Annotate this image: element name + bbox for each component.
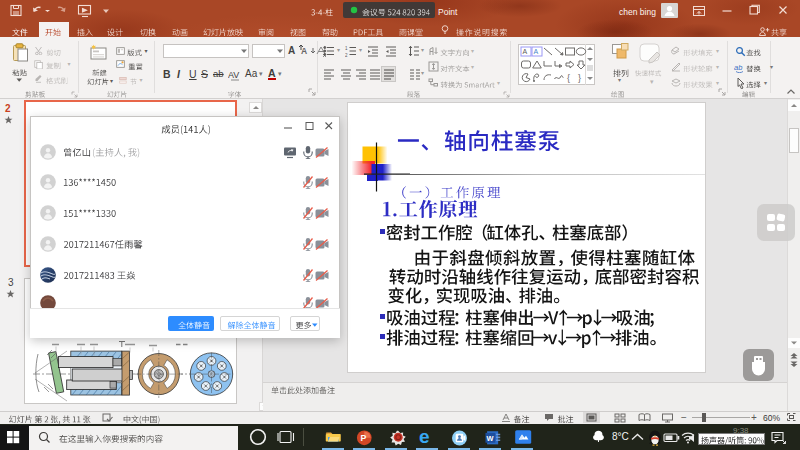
svg-text:A: A (523, 48, 528, 55)
svg-text:AV: AV (228, 70, 239, 80)
svg-text:P: P (361, 433, 367, 443)
svg-text:}: } (578, 73, 581, 83)
svg-text:A: A (534, 48, 539, 55)
svg-text:1: 1 (345, 46, 348, 51)
svg-text:W: W (486, 434, 493, 443)
svg-text:2: 2 (345, 53, 348, 58)
svg-text:{: { (567, 73, 570, 83)
svg-text:ab: ab (734, 63, 742, 72)
